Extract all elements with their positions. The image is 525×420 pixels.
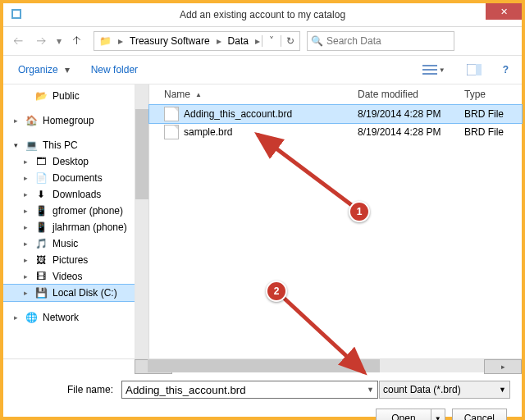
history-dropdown[interactable]: ▾ <box>54 35 64 47</box>
file-icon <box>164 125 179 139</box>
forward-button: 🡢 <box>31 31 51 51</box>
tree-downloads[interactable]: ▸⬇Downloads <box>3 186 135 203</box>
refresh-button[interactable]: ↻ <box>281 35 299 47</box>
svg-rect-6 <box>476 64 482 75</box>
crumb-data[interactable]: Data <box>223 35 253 47</box>
tree-thispc[interactable]: ▾💻This PC <box>3 137 135 153</box>
new-folder-button[interactable]: New folder <box>88 62 141 77</box>
file-row[interactable]: sample.brd 8/19/2014 4:28 PM BRD File <box>149 123 522 141</box>
nav-bar: 🡠 🡢 ▾ 🡡 📁 ▸ Treasury Software ▸ Data ▸ ˅… <box>3 27 522 56</box>
svg-rect-4 <box>422 73 437 75</box>
search-input[interactable]: 🔍 Search Data <box>307 31 454 51</box>
help-button[interactable]: ? <box>501 62 510 77</box>
svg-rect-2 <box>422 65 437 66</box>
preview-pane-button[interactable] <box>465 62 483 77</box>
tree-pictures[interactable]: ▸🖼Pictures <box>3 252 135 268</box>
tree-documents[interactable]: ▸📄Documents <box>3 170 135 186</box>
tree-scrollbar[interactable] <box>135 84 149 358</box>
col-type[interactable]: Type <box>464 89 522 100</box>
back-button[interactable]: 🡠 <box>8 31 28 51</box>
file-row[interactable]: Adding_this_account.brd 8/19/2014 4:28 P… <box>149 105 522 123</box>
hscroll-row: ◂ ▸ <box>3 358 522 372</box>
breadcrumb[interactable]: 📁 ▸ Treasury Software ▸ Data ▸ ˅ ↻ <box>94 31 300 51</box>
scroll-right-button[interactable]: ▸ <box>484 359 522 374</box>
column-headers[interactable]: Name▲ Date modified Type <box>149 84 522 105</box>
file-list[interactable]: Name▲ Date modified Type Adding_this_acc… <box>149 84 522 358</box>
dialog-window: Add an existing account to my catalog ✕ … <box>0 0 525 420</box>
view-mode-button[interactable]: ▼ <box>421 62 447 77</box>
organize-dropdown-icon[interactable]: ▾ <box>65 64 70 75</box>
filename-input[interactable] <box>121 381 378 399</box>
tree-desktop[interactable]: ▸🗔Desktop <box>3 153 135 170</box>
sort-indicator-icon: ▲ <box>195 91 202 98</box>
crumb-dropdown[interactable]: ˅ <box>262 35 281 47</box>
col-name[interactable]: Name▲ <box>149 89 358 100</box>
scrollbar-thumb[interactable] <box>135 109 148 199</box>
open-dropdown[interactable]: ▼ <box>431 415 445 421</box>
organize-button[interactable]: Organize <box>15 62 62 77</box>
crumb-treasury[interactable]: Treasury Software <box>125 35 215 47</box>
tree-videos[interactable]: ▸🎞Videos <box>3 268 135 285</box>
dialog-footer: File name: ▼ count Data (*.brd) ▼ Open ▼… <box>3 372 522 420</box>
tree-phone2[interactable]: ▸📱jlahrman (phone) <box>3 219 135 235</box>
svg-rect-3 <box>422 69 437 71</box>
file-pane: Name▲ Date modified Type Adding_this_acc… <box>135 84 522 358</box>
app-icon <box>10 7 23 21</box>
tree-music[interactable]: ▸🎵Music <box>3 235 135 252</box>
close-button[interactable]: ✕ <box>486 3 522 20</box>
folder-icon: 📁 <box>94 35 116 47</box>
dialog-body: 📂Public ▸🏠Homegroup ▾💻This PC ▸🗔Desktop … <box>3 84 522 358</box>
tree-phone1[interactable]: ▸📱gfromer (phone) <box>3 203 135 219</box>
toolbar: Organize ▾ New folder ▼ ? <box>3 56 522 84</box>
filename-label: File name: <box>15 384 116 395</box>
nav-tree[interactable]: 📂Public ▸🏠Homegroup ▾💻This PC ▸🗔Desktop … <box>3 84 135 358</box>
title-bar[interactable]: Add an existing account to my catalog ✕ <box>3 3 522 27</box>
filename-dropdown-icon[interactable]: ▼ <box>367 386 374 394</box>
dialog-title: Add an existing account to my catalog <box>180 9 345 21</box>
chevron-down-icon: ▼ <box>499 386 506 394</box>
svg-rect-1 <box>13 11 20 17</box>
annotation-badge-2: 2 <box>266 281 287 302</box>
tree-network[interactable]: ▸🌐Network <box>3 309 135 326</box>
open-button[interactable]: Open ▼ <box>376 409 445 420</box>
col-date[interactable]: Date modified <box>358 89 464 100</box>
horizontal-scrollbar[interactable]: ◂ ▸ <box>135 359 522 372</box>
scrollbar-thumb[interactable] <box>148 359 380 372</box>
tree-public[interactable]: 📂Public <box>3 88 135 104</box>
file-icon <box>164 107 179 121</box>
annotation-badge-1: 1 <box>349 201 370 222</box>
tree-cdrive[interactable]: ▸💾Local Disk (C:) <box>3 285 135 301</box>
tree-homegroup[interactable]: ▸🏠Homegroup <box>3 112 135 129</box>
cancel-button[interactable]: Cancel <box>452 409 507 420</box>
search-icon: 🔍 <box>311 35 323 47</box>
up-button[interactable]: 🡡 <box>67 31 87 51</box>
filetype-select[interactable]: count Data (*.brd) ▼ <box>379 381 510 399</box>
